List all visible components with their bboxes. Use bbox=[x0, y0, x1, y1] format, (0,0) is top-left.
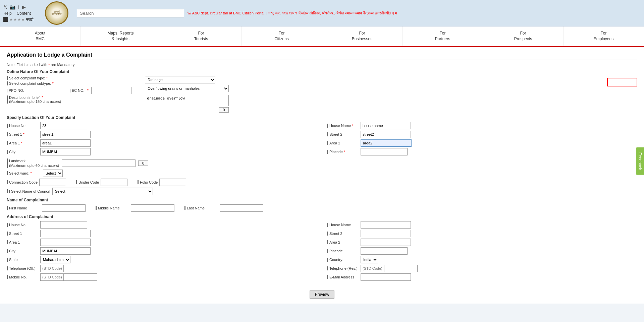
ward-select[interactable]: Select bbox=[43, 170, 63, 177]
preview-button[interactable]: Preview bbox=[310, 291, 335, 299]
nav-for-citizens[interactable]: ForCitizens bbox=[241, 26, 322, 46]
ppo-label: | PPO NO: bbox=[7, 88, 24, 92]
binder-code-input[interactable] bbox=[101, 179, 127, 186]
facebook-icon[interactable]: f bbox=[18, 4, 19, 10]
landmark-label: Landmark (Maximum upto 60 characters) bbox=[7, 158, 59, 168]
address-complainant-section: Address of Complainant bbox=[7, 214, 637, 219]
description-label: Description in brief: * (Maximum upto 15… bbox=[7, 95, 61, 104]
specify-location-section: Specify Location Of Your Complaint bbox=[7, 115, 637, 120]
ec-input[interactable] bbox=[91, 87, 131, 94]
area2-label: Area 2 bbox=[327, 141, 361, 145]
accessibility-stars: ★ ★ ★ ★ bbox=[10, 18, 24, 21]
addr-street2-label: Street 2 bbox=[327, 232, 361, 236]
last-name-label: Last Name bbox=[184, 206, 218, 210]
mandatory-note: Note: Fields marked with * are Mandatory bbox=[7, 63, 637, 67]
nav-for-prospects[interactable]: ForProspects bbox=[483, 26, 564, 46]
addr-telephone-res-label: Telephone (Res.) bbox=[327, 266, 361, 270]
addr-state-select[interactable]: Maharashtra bbox=[40, 256, 70, 263]
landmark-char-counter: 0 bbox=[138, 160, 148, 166]
city-label: City bbox=[7, 150, 40, 154]
addr-telephone-res-std-input[interactable] bbox=[361, 265, 384, 272]
feedback-tab[interactable]: Feedback bbox=[636, 147, 644, 175]
nav-maps-reports[interactable]: Maps, Reports& Insights bbox=[80, 26, 161, 46]
ppo-input[interactable] bbox=[27, 87, 67, 94]
addr-area2-label: Area 2 bbox=[327, 240, 361, 244]
addr-state-label: State bbox=[7, 258, 40, 262]
addr-telephone-off-label: Telephone (Off.) bbox=[7, 266, 40, 270]
youtube-icon[interactable]: ▶ bbox=[22, 4, 26, 10]
addr-email-input[interactable] bbox=[361, 273, 411, 281]
addr-telephone-res-input[interactable] bbox=[384, 265, 418, 272]
complaint-subtype-select[interactable]: Overflowing drains or manholes bbox=[145, 85, 229, 92]
addr-area2-input[interactable] bbox=[361, 239, 411, 246]
addr-city-label: City bbox=[7, 249, 40, 253]
landmark-input[interactable] bbox=[62, 159, 136, 167]
folio-code-label: Folio Code bbox=[138, 180, 158, 184]
nav-bar: AboutBMC Maps, Reports& Insights ForTour… bbox=[0, 26, 644, 47]
addr-pincode-input[interactable] bbox=[361, 247, 408, 255]
bmc-logo: बृहन्मुंबईमहानगरपालिका bbox=[45, 1, 68, 25]
font-size-box bbox=[3, 17, 8, 22]
help-link[interactable]: Help bbox=[3, 11, 12, 16]
addr-street1-input[interactable] bbox=[40, 230, 91, 237]
ec-label: | EC NO: bbox=[70, 88, 85, 92]
first-name-label: First Name bbox=[7, 206, 40, 210]
street1-input[interactable] bbox=[40, 131, 91, 138]
nav-for-employees[interactable]: ForEmployees bbox=[564, 26, 644, 46]
addr-mobile-std-input[interactable] bbox=[40, 273, 64, 281]
addr-area1-label: Area 1 bbox=[7, 240, 40, 244]
description-char-counter: 0 bbox=[219, 107, 229, 113]
addr-country-label: Country: bbox=[327, 258, 361, 262]
area2-input[interactable] bbox=[361, 139, 412, 147]
last-name-input[interactable] bbox=[220, 204, 263, 212]
complaint-type-label: Select complaint type: * bbox=[7, 76, 48, 80]
street1-label: Street 1 * bbox=[7, 132, 40, 136]
search-input[interactable] bbox=[77, 9, 184, 17]
house-name-input[interactable] bbox=[361, 122, 411, 129]
page-title: Application to Lodge a Complaint bbox=[7, 52, 637, 60]
addr-street2-input[interactable] bbox=[361, 230, 411, 237]
instagram-icon[interactable]: 📷 bbox=[10, 4, 15, 10]
area1-input[interactable] bbox=[40, 139, 91, 147]
folio-code-input[interactable] bbox=[159, 179, 186, 186]
addr-telephone-off-input[interactable] bbox=[64, 265, 97, 272]
marathi-toggle[interactable]: मराठी bbox=[26, 17, 33, 22]
addr-country-select[interactable]: India bbox=[361, 256, 378, 263]
council-select[interactable]: Select bbox=[52, 188, 153, 195]
addr-mobile-input[interactable] bbox=[64, 273, 97, 281]
complaint-subtype-label: Select complaint subtype: * bbox=[7, 81, 54, 85]
nav-for-partners[interactable]: ForPartners bbox=[402, 26, 483, 46]
twitter-icon[interactable]: 𝕏 bbox=[3, 4, 7, 10]
middle-name-input[interactable] bbox=[131, 204, 174, 212]
addr-telephone-off-std-input[interactable] bbox=[40, 265, 64, 272]
addr-street1-label: Street 1 bbox=[7, 232, 40, 236]
nav-for-tourists[interactable]: ForTourists bbox=[161, 26, 241, 46]
middle-name-label: Middle Name bbox=[96, 206, 129, 210]
house-no-label: House No. bbox=[7, 124, 40, 128]
first-name-input[interactable] bbox=[42, 204, 86, 212]
binder-code-label: Binder Code bbox=[76, 180, 99, 184]
connection-code-input[interactable] bbox=[39, 179, 66, 186]
house-name-label: House Name * bbox=[327, 124, 361, 128]
addr-house-name-input[interactable] bbox=[361, 221, 411, 229]
red-highlight-input[interactable] bbox=[607, 78, 637, 86]
city-input[interactable] bbox=[40, 148, 91, 155]
content-link[interactable]: Content bbox=[17, 11, 31, 16]
addr-house-no-label: House No. bbox=[7, 223, 40, 227]
addr-area1-input[interactable] bbox=[40, 239, 91, 246]
addr-house-no-input[interactable] bbox=[40, 221, 87, 229]
nav-about-bmc[interactable]: AboutBMC bbox=[0, 26, 80, 46]
addr-city-input[interactable] bbox=[40, 247, 91, 255]
street2-label: Street 2 bbox=[327, 132, 361, 136]
connection-code-label: Connection Code bbox=[7, 180, 38, 184]
addr-email-label: E-Mail Address bbox=[327, 275, 361, 279]
complaint-type-select[interactable]: Drainage bbox=[145, 76, 215, 83]
nav-for-businesses[interactable]: ForBusinesses bbox=[322, 26, 402, 46]
addr-mobile-label: Mobile No. bbox=[7, 275, 40, 279]
description-textarea[interactable]: drainage overflow bbox=[145, 95, 229, 106]
addr-pincode-label: Pincode bbox=[327, 249, 361, 253]
pincode-input[interactable] bbox=[361, 148, 408, 155]
house-no-input[interactable] bbox=[40, 122, 87, 129]
select-council-label: | Select Name of Council: bbox=[7, 189, 51, 193]
street2-input[interactable] bbox=[361, 131, 411, 138]
